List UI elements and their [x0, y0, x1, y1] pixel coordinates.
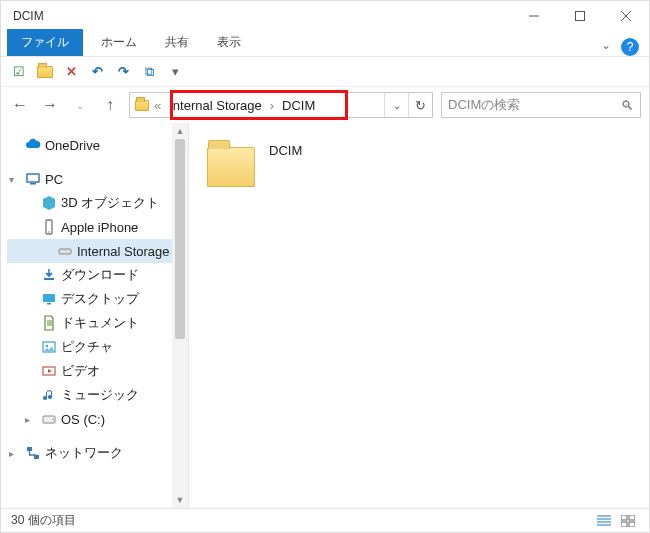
- svg-rect-11: [47, 303, 51, 305]
- svg-rect-8: [59, 249, 71, 254]
- title-bar: DCIM: [1, 1, 649, 31]
- delete-icon[interactable]: ✕: [61, 62, 81, 82]
- tree-node[interactable]: ミュージック: [7, 383, 188, 407]
- window-title: DCIM: [13, 9, 44, 23]
- back-button[interactable]: ←: [9, 94, 31, 116]
- svg-rect-24: [629, 515, 635, 520]
- tree-node[interactable]: デスクトップ: [7, 287, 188, 311]
- breadcrumb-segment[interactable]: DCIM: [278, 96, 319, 115]
- svg-rect-9: [44, 278, 54, 280]
- help-button[interactable]: ?: [621, 38, 639, 56]
- search-icon: 🔍︎: [621, 98, 634, 113]
- twisty-icon[interactable]: ▸: [9, 448, 21, 459]
- minimize-button[interactable]: [511, 1, 557, 31]
- search-placeholder: DCIMの検索: [448, 96, 520, 114]
- tree-label: PC: [45, 172, 63, 187]
- tree-node[interactable]: ダウンロード: [7, 263, 188, 287]
- up-button[interactable]: ↑: [99, 94, 121, 116]
- folder-icon[interactable]: [35, 62, 55, 82]
- tree-label: OS (C:): [61, 412, 105, 427]
- address-row: ← → ⌄ ↑ « Internal Storage › DCIM ⌄ ↻ DC…: [1, 87, 649, 123]
- scroll-up-icon[interactable]: ▲: [172, 123, 188, 139]
- folder-icon: [134, 97, 150, 113]
- pictures-icon: [41, 339, 57, 355]
- tree-node[interactable]: ▾PC: [7, 167, 188, 191]
- twisty-icon[interactable]: ▾: [9, 174, 21, 185]
- overflow-icon[interactable]: ▾: [165, 62, 185, 82]
- tree-scrollbar[interactable]: ▲ ▼: [172, 123, 188, 508]
- breadcrumb-prefix: «: [150, 98, 165, 113]
- tree-label: OneDrive: [45, 138, 100, 153]
- drive-icon: [57, 243, 73, 259]
- address-bar[interactable]: « Internal Storage › DCIM ⌄ ↻: [129, 92, 433, 118]
- tree-label: デスクトップ: [61, 290, 139, 308]
- breadcrumb-segment[interactable]: Internal Storage: [165, 96, 266, 115]
- properties-icon[interactable]: ☑: [9, 62, 29, 82]
- svg-point-13: [46, 345, 48, 347]
- scroll-down-icon[interactable]: ▼: [172, 492, 188, 508]
- view-large-icons-button[interactable]: [617, 512, 639, 530]
- maximize-button[interactable]: [557, 1, 603, 31]
- tab-view[interactable]: 表示: [203, 29, 255, 56]
- desktop-icon: [41, 291, 57, 307]
- tree-node[interactable]: Apple iPhone: [7, 215, 188, 239]
- disk-icon: [41, 411, 57, 427]
- folder-icon: [207, 147, 255, 187]
- svg-rect-5: [30, 183, 36, 185]
- undo-icon[interactable]: ↶: [87, 62, 107, 82]
- pc-icon: [25, 171, 41, 187]
- tree-label: ミュージック: [61, 386, 139, 404]
- cloud-icon: [25, 137, 41, 153]
- svg-rect-23: [621, 515, 627, 520]
- content-pane[interactable]: DCIM: [189, 123, 649, 508]
- music-icon: [41, 387, 57, 403]
- refresh-button[interactable]: ↻: [408, 93, 432, 117]
- download-icon: [41, 267, 57, 283]
- file-tab[interactable]: ファイル: [7, 29, 83, 56]
- forward-button[interactable]: →: [39, 94, 61, 116]
- explorer-window: DCIM ファイル ホーム 共有 表示 ⌄ ? ☑ ✕ ↶ ↷ ⧉ ▾ ← → …: [0, 0, 650, 533]
- chevron-right-icon: ›: [266, 98, 278, 113]
- svg-point-7: [48, 231, 50, 233]
- search-input[interactable]: DCIMの検索 🔍︎: [441, 92, 641, 118]
- tree-node[interactable]: ピクチャ: [7, 335, 188, 359]
- svg-rect-26: [629, 522, 635, 527]
- close-button[interactable]: [603, 1, 649, 31]
- view-details-button[interactable]: [593, 512, 615, 530]
- svg-point-16: [52, 419, 54, 421]
- tree-label: ダウンロード: [61, 266, 139, 284]
- tree-label: Apple iPhone: [61, 220, 138, 235]
- network-icon: [25, 445, 41, 461]
- tree-label: ピクチャ: [61, 338, 113, 356]
- phone-icon: [41, 219, 57, 235]
- nav-tree: OneDrive▾PC3D オブジェクトApple iPhoneInternal…: [1, 123, 189, 508]
- 3d-icon: [41, 195, 57, 211]
- tree-node[interactable]: ▸OS (C:): [7, 407, 188, 431]
- tree-node[interactable]: ▸ネットワーク: [7, 441, 188, 465]
- tree-node[interactable]: OneDrive: [7, 133, 188, 157]
- scroll-thumb[interactable]: [175, 139, 185, 339]
- svg-rect-25: [621, 522, 627, 527]
- tree-node[interactable]: 3D オブジェクト: [7, 191, 188, 215]
- document-icon: [41, 315, 57, 331]
- svg-rect-1: [576, 12, 585, 21]
- resize-icon[interactable]: ⧉: [139, 62, 159, 82]
- quick-access-toolbar: ☑ ✕ ↶ ↷ ⧉ ▾: [1, 57, 649, 87]
- item-label: DCIM: [269, 141, 302, 158]
- tab-share[interactable]: 共有: [151, 29, 203, 56]
- recent-locations-button[interactable]: ⌄: [69, 94, 91, 116]
- ribbon-collapse-icon[interactable]: ⌄: [595, 34, 617, 56]
- tree-node[interactable]: ドキュメント: [7, 311, 188, 335]
- video-icon: [41, 363, 57, 379]
- svg-rect-17: [27, 447, 32, 451]
- list-item[interactable]: DCIM: [207, 141, 631, 187]
- address-dropdown-button[interactable]: ⌄: [384, 93, 408, 117]
- tree-label: ビデオ: [61, 362, 100, 380]
- body: OneDrive▾PC3D オブジェクトApple iPhoneInternal…: [1, 123, 649, 508]
- redo-icon[interactable]: ↷: [113, 62, 133, 82]
- twisty-icon[interactable]: ▸: [25, 414, 37, 425]
- tab-home[interactable]: ホーム: [87, 29, 151, 56]
- tree-node[interactable]: ビデオ: [7, 359, 188, 383]
- tree-node[interactable]: Internal Storage: [7, 239, 188, 263]
- tree-label: 3D オブジェクト: [61, 194, 159, 212]
